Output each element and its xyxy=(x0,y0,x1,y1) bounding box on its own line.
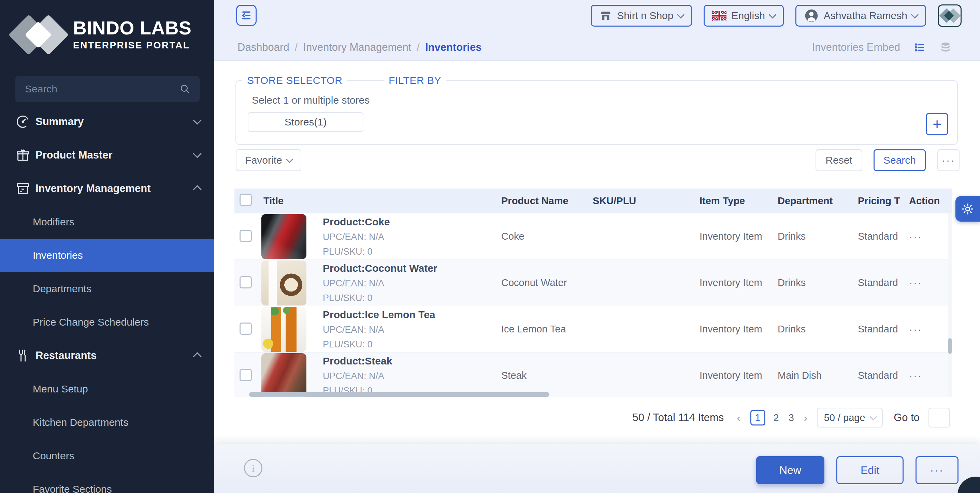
sidebar-item-modifiers[interactable]: Modifiers xyxy=(0,205,214,239)
sidebar-item-favorite-sections[interactable]: Favorite Sections xyxy=(0,472,214,493)
sidebar-subitem-label: Modifiers xyxy=(33,216,75,228)
breadcrumb-dashboard[interactable]: Dashboard xyxy=(237,41,290,54)
goto-label: Go to xyxy=(894,412,920,424)
row-product-name: Steak xyxy=(501,370,593,381)
table-settings-button[interactable] xyxy=(955,196,980,222)
reset-button[interactable]: Reset xyxy=(816,149,862,171)
user-menu-pill[interactable]: Ashvatha Ramesh xyxy=(795,5,926,27)
store-selector-legend: STORE SELECTOR xyxy=(242,75,347,86)
search-icon xyxy=(179,83,191,95)
goto-page-input[interactable] xyxy=(929,408,950,428)
favorite-label: Favorite xyxy=(245,154,282,166)
pagination-summary: 50 / Total 114 Items xyxy=(633,412,724,424)
uk-flag-icon xyxy=(712,11,727,21)
sidebar-item-counters[interactable]: Counters xyxy=(0,439,214,472)
breadcrumb-inventory-management[interactable]: Inventory Management xyxy=(303,41,411,54)
row-department: Drinks xyxy=(778,277,858,289)
info-icon[interactable] xyxy=(244,459,262,477)
sidebar-item-menu-setup[interactable]: Menu Setup xyxy=(0,372,214,406)
sidebar-item-kitchen-departments[interactable]: Kitchen Departments xyxy=(0,406,214,439)
breadcrumb: Dashboard / Inventory Management / Inven… xyxy=(237,41,482,54)
sidebar-item-inventory-management[interactable]: Inventory Management xyxy=(0,172,214,205)
chevron-up-icon xyxy=(193,185,201,193)
sidebar-item-summary[interactable]: Summary xyxy=(0,105,214,138)
next-page-button[interactable]: › xyxy=(803,412,807,423)
row-title: Product:Coconut Water xyxy=(323,263,438,274)
sidebar-item-product-master[interactable]: Product Master xyxy=(0,138,214,172)
page-size-select[interactable]: 50 / page xyxy=(817,408,883,428)
row-checkbox[interactable] xyxy=(240,230,252,242)
sidebar-subitem-label: Departments xyxy=(33,283,91,295)
row-checkbox[interactable] xyxy=(240,323,252,335)
table-row[interactable]: Product:Coke UPC/EAN: N/A PLU/SKU: 0 Cok… xyxy=(234,213,952,260)
sidebar-subitem-label: Price Change Schedulers xyxy=(33,316,149,328)
column-action: Action xyxy=(909,195,952,207)
table-row[interactable]: Product:Ice Lemon Tea UPC/EAN: N/A PLU/S… xyxy=(234,306,952,352)
page-1-button[interactable]: 1 xyxy=(750,410,765,425)
database-icon[interactable] xyxy=(939,41,952,54)
footer-bar: New Edit ··· xyxy=(214,444,980,493)
pagination: 50 / Total 114 Items ‹ 1 2 3 › 50 / page… xyxy=(633,406,950,429)
vertical-scrollbar-thumb[interactable] xyxy=(948,338,952,354)
row-checkbox[interactable] xyxy=(240,369,252,381)
row-actions-button[interactable]: ··· xyxy=(909,323,952,335)
search-button[interactable]: Search xyxy=(873,149,926,171)
app-logo-button[interactable] xyxy=(938,5,962,27)
sidebar-item-inventories[interactable]: Inventories xyxy=(0,239,214,272)
select-all-checkbox[interactable] xyxy=(240,193,252,206)
row-title: Product:Coke xyxy=(323,216,390,228)
sidebar-collapse-button[interactable] xyxy=(236,5,256,26)
main-area: Shirt n Shop English Ashvatha Ramesh xyxy=(214,0,980,493)
breadcrumb-separator: / xyxy=(417,41,420,54)
add-filter-button[interactable]: + xyxy=(926,113,948,135)
favorite-dropdown[interactable]: Favorite xyxy=(236,149,301,171)
row-upc: UPC/EAN: N/A xyxy=(323,371,392,382)
language-pill[interactable]: English xyxy=(703,5,783,27)
gift-icon xyxy=(15,147,31,163)
horizontal-scrollbar-thumb[interactable] xyxy=(249,392,549,397)
search-input[interactable] xyxy=(15,83,179,95)
store-selector-pill[interactable]: Shirt n Shop xyxy=(591,5,692,27)
row-pricing-type: Standard xyxy=(858,323,909,335)
row-upc: UPC/EAN: N/A xyxy=(323,232,390,243)
row-actions-button[interactable]: ··· xyxy=(909,277,952,289)
product-image xyxy=(261,214,306,259)
sidebar-item-label: Summary xyxy=(35,116,84,128)
product-image xyxy=(261,260,306,306)
column-item-type: Item Type xyxy=(700,195,778,207)
footer-more-button[interactable]: ··· xyxy=(915,456,958,484)
column-title: Title xyxy=(258,195,501,207)
vertical-scrollbar xyxy=(948,213,952,397)
table-row[interactable]: Product:Steak UPC/EAN: N/A PLU/SKU: 0 St… xyxy=(234,352,952,397)
sidebar-item-price-change-schedulers[interactable]: Price Change Schedulers xyxy=(0,306,214,339)
chevron-down-icon xyxy=(870,413,877,420)
row-item-type: Inventory Item xyxy=(700,370,778,381)
stores-button[interactable]: Stores(1) xyxy=(248,112,363,132)
row-checkbox[interactable] xyxy=(240,276,252,289)
user-name: Ashvatha Ramesh xyxy=(824,10,907,22)
column-department: Department xyxy=(778,195,858,207)
row-actions-button[interactable]: ··· xyxy=(909,231,952,243)
view-controls: Inventories Embed xyxy=(812,41,952,54)
row-actions-button[interactable]: ··· xyxy=(909,370,952,382)
store-name: Shirt n Shop xyxy=(617,10,673,22)
toolbar-more-button[interactable]: ··· xyxy=(937,149,959,171)
sidebar-item-restaurants[interactable]: Restaurants xyxy=(0,339,214,372)
new-button[interactable]: New xyxy=(756,456,824,484)
row-plu: PLU/SKU: 0 xyxy=(323,339,435,350)
store-selector-hint: Select 1 or multiple stores xyxy=(252,94,374,106)
page-size-value: 50 / page xyxy=(824,412,865,423)
chevron-down-icon xyxy=(769,11,776,19)
table-row[interactable]: Product:Coconut Water UPC/EAN: N/A PLU/S… xyxy=(234,260,952,306)
page-3-button[interactable]: 3 xyxy=(789,412,794,423)
list-view-icon[interactable] xyxy=(913,41,926,53)
page-2-button[interactable]: 2 xyxy=(773,412,779,423)
row-plu: PLU/SKU: 0 xyxy=(323,293,438,303)
prev-page-button[interactable]: ‹ xyxy=(737,412,740,423)
row-upc: UPC/EAN: N/A xyxy=(323,325,435,335)
sidebar-item-departments[interactable]: Departments xyxy=(0,272,214,306)
edit-button[interactable]: Edit xyxy=(836,456,904,484)
sidebar-subitem-label: Favorite Sections xyxy=(33,483,112,493)
avatar-icon xyxy=(804,8,819,23)
sidebar-menu: Summary Product Master Inventory Managem… xyxy=(0,105,214,493)
